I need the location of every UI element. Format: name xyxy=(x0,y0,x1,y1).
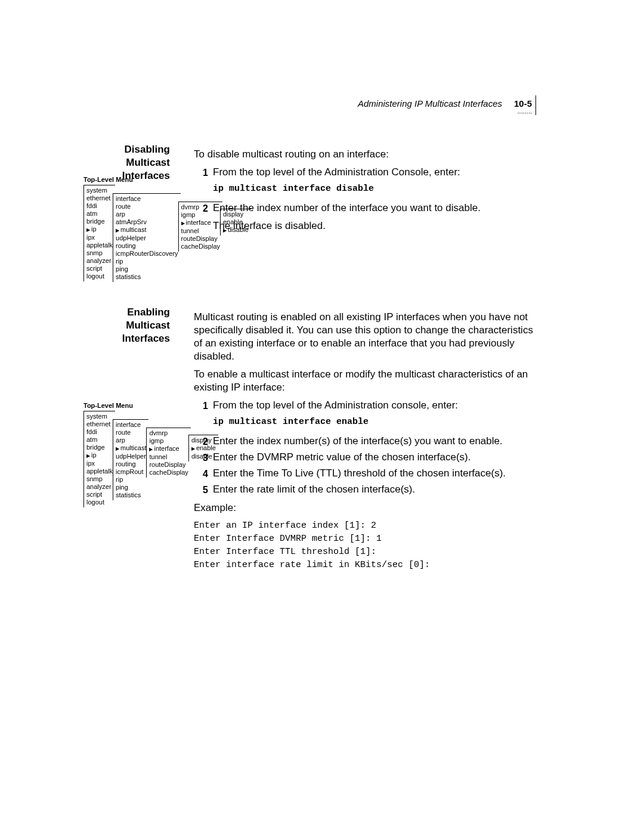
menu-item-selected: multicast xyxy=(116,444,146,453)
menu-item: udpHelper xyxy=(116,453,146,460)
menu-item: igmp xyxy=(149,437,188,445)
menu-item: icmpRouterDiscovery xyxy=(116,250,178,258)
menu-item: display xyxy=(223,210,249,218)
menu-item: ethernet xyxy=(86,194,113,202)
step-text: From the top level of the Administration… xyxy=(213,399,537,412)
header-dots: ········ xyxy=(518,109,532,116)
menu-item: system xyxy=(86,413,113,420)
menu-item: fddi xyxy=(86,202,113,210)
top-level-menu-enable: Top-Level Menu system ethernet fddi atm … xyxy=(83,402,218,507)
menu-item: bridge xyxy=(86,218,113,225)
menu-item: analyzer xyxy=(86,257,113,265)
step-5: 5 Enter the rate limit of the chosen int… xyxy=(194,483,537,497)
menu-item: script xyxy=(86,265,113,272)
menu-item: dvmrp xyxy=(149,429,188,437)
menu-item: appletalk xyxy=(86,241,113,249)
menu-col3: dvmrp igmp interface tunnel routeDisplay… xyxy=(146,428,190,478)
menu-item: arp xyxy=(116,436,146,444)
code: ip multicast interface enable xyxy=(213,416,537,429)
menu-item: ping xyxy=(116,484,146,491)
menu-item: ping xyxy=(116,265,178,273)
code: ip multicast interface disable xyxy=(213,182,537,196)
menu-item: logout xyxy=(86,272,113,280)
menu-item: ipx xyxy=(86,234,113,241)
menu-item: cacheDisplay xyxy=(181,243,220,250)
example-code: Enter an IP interface index [1]: 2 Enter… xyxy=(194,519,537,572)
menu-item: ipx xyxy=(86,460,113,467)
step-1: 1 From the top level of the Administrati… xyxy=(194,399,537,432)
menu-item: atm xyxy=(86,436,113,444)
menu-item-selected: disable xyxy=(223,226,249,234)
step-3: 3 Enter the DVMRP metric value of the ch… xyxy=(194,451,537,465)
menu-item: analyzer xyxy=(86,483,113,491)
running-header: Administering IP Multicast Interfaces xyxy=(358,98,502,109)
menu-title: Top-Level Menu xyxy=(83,176,251,184)
menu-item: interface xyxy=(116,421,146,429)
top-level-menu-disable: Top-Level Menu system ethernet fddi atm … xyxy=(83,176,251,282)
menu-item: atmArpSrv xyxy=(116,218,178,226)
menu-item: routing xyxy=(116,460,146,468)
menu-item: arp xyxy=(116,210,178,218)
menu-item: statistics xyxy=(116,491,146,499)
intro: Multicast routing is enabled on all exis… xyxy=(194,311,537,363)
menu-item-selected: interface xyxy=(181,219,220,227)
menu-item: route xyxy=(116,203,178,210)
body-enable: Multicast routing is enabled on all exis… xyxy=(194,311,537,572)
header-rule xyxy=(535,95,536,115)
step-text: Enter the Time To Live (TTL) threshold o… xyxy=(213,467,537,481)
menu-col1: system ethernet fddi atm bridge ip ipx a… xyxy=(83,185,115,281)
side-heading-enable: Enabling Multicast Interfaces xyxy=(83,306,170,345)
page-number: 10-5 xyxy=(514,98,532,109)
menu-item: interface xyxy=(116,195,178,203)
menu-col3: dvmrp igmp interface tunnel routeDisplay… xyxy=(178,202,222,252)
menu-item: routeDisplay xyxy=(149,461,188,469)
menu-item: fddi xyxy=(86,428,113,436)
step-2: 2 Enter the index number(s) of the inter… xyxy=(194,435,537,448)
menu-item: logout xyxy=(86,498,113,506)
menu-item: routing xyxy=(116,242,178,250)
menu-item: dvmrp xyxy=(181,203,220,211)
menu-col4: display enable disable xyxy=(220,209,251,236)
step-text: Enter the index number(s) of the interfa… xyxy=(213,435,537,448)
intro: To disable multicast routing on an inter… xyxy=(194,148,537,161)
menu-item: cacheDisplay xyxy=(149,469,188,476)
menu-item: enable xyxy=(223,218,249,226)
menu-item: disable xyxy=(191,453,216,460)
menu-item: rip xyxy=(116,476,146,484)
menu-item-selected: interface xyxy=(149,445,188,453)
lead2: To enable a multicast interface or modif… xyxy=(194,368,537,394)
menu-item: tunnel xyxy=(149,453,188,461)
step-text: From the top level of the Administration… xyxy=(213,166,537,179)
menu-item: udpHelper xyxy=(116,234,178,242)
menu-col1: system ethernet fddi atm bridge ip ipx a… xyxy=(83,411,115,507)
menu-item: appletalk xyxy=(86,467,113,475)
menu-item: routeDisplay xyxy=(181,235,220,243)
menu-item-selected: multicast xyxy=(116,226,178,234)
menu-item: tunnel xyxy=(181,227,220,235)
page: Administering IP Multicast Interfaces 10… xyxy=(0,0,644,833)
result: The interface is disabled. xyxy=(213,219,537,233)
menu-item: system xyxy=(86,187,113,194)
menu-col2: interface route arp multicast udpHelper … xyxy=(113,419,148,500)
step-text: Enter the index number of the interface … xyxy=(213,202,537,215)
menu-item: igmp xyxy=(181,211,220,219)
menu-title: Top-Level Menu xyxy=(83,402,218,410)
menu-item: rip xyxy=(116,258,178,265)
menu-item: ethernet xyxy=(86,420,113,428)
menu-col4: display enable disable xyxy=(188,435,218,462)
step-text: Enter the rate limit of the chosen inter… xyxy=(213,483,537,497)
example-label: Example: xyxy=(194,501,537,515)
menu-item: snmp xyxy=(86,475,113,483)
step-4: 4 Enter the Time To Live (TTL) threshold… xyxy=(194,467,537,481)
menu-col2: interface route arp atmArpSrv multicast … xyxy=(113,193,181,282)
menu-item-selected: ip xyxy=(86,451,113,460)
step-text: Enter the DVMRP metric value of the chos… xyxy=(213,451,537,465)
menu-item: script xyxy=(86,491,113,498)
menu-item-selected: enable xyxy=(191,444,216,453)
menu-item: display xyxy=(191,436,216,444)
menu-item: bridge xyxy=(86,444,113,451)
menu-item-selected: ip xyxy=(86,225,113,234)
menu-item: icmpRout xyxy=(116,468,146,476)
menu-item: route xyxy=(116,429,146,436)
menu-item: statistics xyxy=(116,273,178,281)
